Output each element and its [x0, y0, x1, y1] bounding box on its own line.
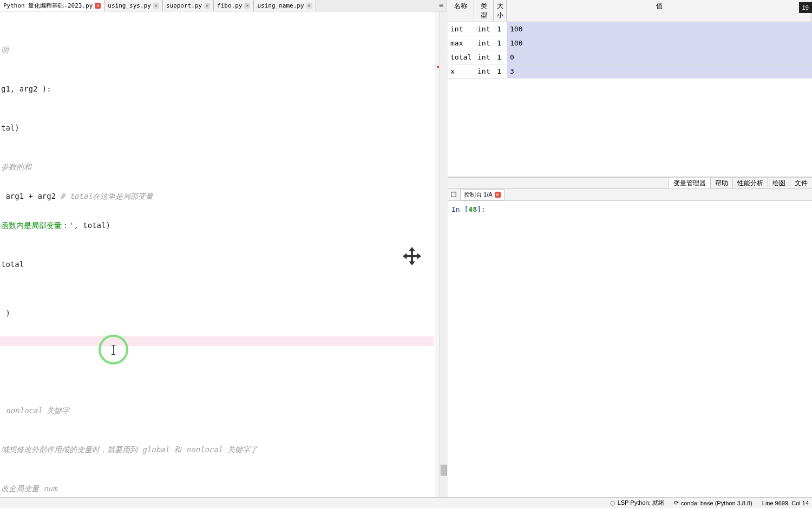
move-cursor-icon	[365, 236, 386, 257]
close-icon[interactable]: ✕	[95, 3, 101, 9]
code-line: arg1 + arg2 # total在这里是局部变量	[0, 191, 447, 201]
tab-plots[interactable]: 绘图	[768, 178, 790, 188]
close-icon[interactable]: ✕	[306, 3, 312, 9]
tab-files[interactable]: 文件	[790, 178, 812, 188]
tab-help[interactable]: 帮助	[710, 178, 732, 188]
spinner-icon: ◌	[610, 499, 615, 506]
status-position[interactable]: Line 9699, Col 14	[762, 500, 809, 506]
status-conda[interactable]: ⟳ conda: base (Python 3.8.8)	[674, 499, 752, 506]
right-panel-tabs: 变量管理器 帮助 性能分析 绘图 文件	[447, 177, 812, 189]
code-line: 明	[0, 45, 447, 55]
tab-main[interactable]: Python 量化编程基础-2023.py ✕	[0, 0, 104, 11]
col-size[interactable]: 大小	[494, 0, 507, 22]
console-tab-1[interactable]: 控制台 1/A ✕	[460, 189, 505, 200]
code-line: nonlocal 关键字	[0, 406, 447, 415]
var-row[interactable]: int int 1 100	[447, 22, 812, 36]
notification-badge: 19	[799, 2, 812, 13]
tab-profiler[interactable]: 性能分析	[732, 178, 768, 188]
code-line: )	[0, 308, 447, 318]
col-value[interactable]: 值	[507, 0, 812, 22]
tab-using-name[interactable]: using_name.py ✕	[254, 0, 316, 11]
code-line: 域想修改外部作用域的变量时，就要用到 global 和 nonlocal 关键字…	[0, 445, 447, 454]
cursor-highlight-icon	[99, 335, 128, 364]
var-row[interactable]: total int 1 0	[447, 50, 812, 64]
code-line: tal)	[0, 123, 447, 133]
variable-explorer: 名称 类型 大小 值 int int 1 100 max int 1 100	[447, 0, 812, 177]
code-line: g1, arg2 ):	[0, 84, 447, 94]
tab-support[interactable]: support.py ✕	[163, 0, 214, 11]
close-icon[interactable]: ✕	[204, 3, 210, 9]
tab-var-explorer[interactable]: 变量管理器	[669, 178, 710, 188]
col-type[interactable]: 类型	[474, 0, 494, 22]
code-line: 改全局变量 num	[0, 484, 447, 493]
close-icon[interactable]: ✕	[244, 3, 250, 9]
close-icon[interactable]: ✕	[495, 192, 501, 198]
console-tab-bar: ☐ 控制台 1/A ✕	[447, 189, 812, 201]
var-table-header: 名称 类型 大小 值	[447, 0, 812, 22]
console-prompt: In [48]:	[451, 205, 808, 213]
var-row[interactable]: x int 1 3	[447, 64, 812, 79]
tab-fibo[interactable]: fibo.py ✕	[214, 0, 254, 11]
tab-label: Python 量化编程基础-2023.py	[3, 2, 93, 10]
code-editor[interactable]: 明 g1, arg2 ): tal) 参数的和 arg1 + arg2 # to…	[0, 11, 447, 508]
ipython-console[interactable]: In [48]:	[447, 201, 812, 497]
editor-scrollbar[interactable]	[439, 11, 448, 508]
var-row[interactable]: max int 1 100	[447, 36, 812, 50]
close-icon[interactable]: ✕	[153, 3, 159, 9]
new-console-icon[interactable]: ☐	[447, 191, 460, 199]
tab-label: using_sys.py	[108, 2, 150, 9]
tab-label: support.py	[166, 2, 202, 9]
status-lsp[interactable]: ◌ LSP Python: 就绪	[610, 499, 664, 507]
tab-label: fibo.py	[217, 2, 242, 9]
sync-icon: ⟳	[674, 499, 679, 506]
tab-using-sys[interactable]: using_sys.py ✕	[104, 0, 162, 11]
code-line: 参数的和	[0, 162, 447, 172]
col-name[interactable]: 名称	[447, 0, 474, 22]
tab-label: using_name.py	[257, 2, 304, 9]
status-bar: ◌ LSP Python: 就绪 ⟳ conda: base (Python 3…	[0, 497, 812, 508]
hamburger-icon[interactable]: ≡	[436, 0, 447, 11]
editor-tab-bar: Python 量化编程基础-2023.py ✕ using_sys.py ✕ s…	[0, 0, 447, 11]
code-line: 函数内是局部变量：', total)	[0, 220, 447, 230]
current-line-highlight	[0, 336, 434, 346]
scrollbar-thumb[interactable]	[441, 465, 447, 476]
